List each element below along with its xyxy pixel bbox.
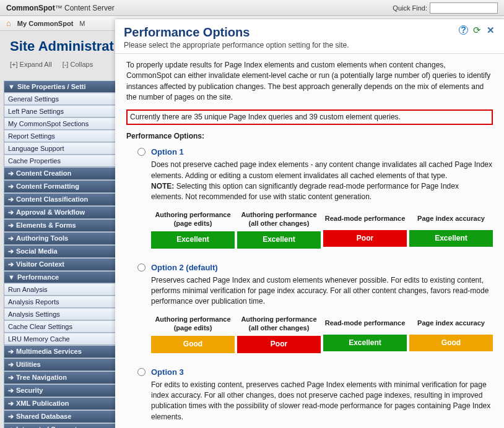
sidebar-item[interactable]: Analysis Reports [4,296,116,308]
option-description: Preserves cached Page Index and custom e… [151,275,493,307]
close-icon[interactable]: ✕ [485,25,495,35]
help-icon[interactable]: ? [459,25,468,35]
arrow-icon: ➔ [8,221,14,229]
perf-rating: Excellent [323,335,407,351]
quick-find-input[interactable] [430,2,498,14]
arrow-icon: ➔ [8,260,14,268]
sidebar-item[interactable]: Left Pane Settings [4,105,116,118]
arrow-icon: ➔ [8,413,14,420]
perf-rating: Excellent [409,230,493,247]
arrow-icon: ➔ [8,169,14,177]
collapse-all[interactable]: [-] Collaps [63,61,93,68]
perf-column: Authoring performance (all other changes… [237,314,321,353]
dialog-body[interactable]: To properly update results for Page Inde… [115,53,504,428]
sidebar-section-header[interactable]: ▼Site Properties / Setti [4,80,116,93]
arrow-icon: ➔ [8,195,14,203]
expand-all[interactable]: [+] Expand All [10,61,52,68]
sidebar-item[interactable]: Report Settings [4,130,116,142]
sidebar-item[interactable]: My CommonSpot Sections [4,118,116,130]
brand-name: CommonSpot [6,4,55,12]
option-title: Option 3 [151,367,493,379]
sidebar-section-header[interactable]: ➔Content Creation [4,167,116,180]
arrow-icon: ➔ [8,361,14,368]
quick-find-label: Quick Find: [393,4,427,12]
perf-rating: Excellent [237,231,321,248]
sidebar-section-header[interactable]: ➔Security [4,384,116,397]
sidebar-item[interactable]: Cache Clear Settings [4,320,116,333]
perf-rating: Poor [237,336,321,353]
dialog-subtitle: Please select the appropriate performanc… [124,41,495,49]
option-title: Option 1 [151,147,493,158]
dialog-title: Performance Options [124,25,495,40]
sidebar-section-header[interactable]: ➔Social Media [4,245,116,258]
perf-rating: Excellent [151,231,235,248]
sidebar-item[interactable]: Cache Properties [4,155,116,167]
sidebar-section-header[interactable]: ➔Content Formatting [4,180,116,193]
perf-header: Page index accuracy [409,209,493,230]
perf-column: Authoring performance (page edits)Excell… [151,209,235,249]
arrow-icon: ➔ [8,234,14,242]
sidebar-item[interactable]: LRU Memory Cache [4,333,116,345]
sidebar-section-header[interactable]: ➔Authoring Tools [4,232,116,245]
perf-column: Read-mode performanceExcellent [323,314,407,353]
sidebar-section-header[interactable]: ➔XML Publication [4,397,116,410]
query-count-highlight: Currently there are 35 unique Page Index… [126,109,493,125]
sidebar-item[interactable]: General Settings [4,93,116,105]
perf-rating: Poor [323,230,407,247]
sidebar-section-header[interactable]: ➔Tree Navigation [4,371,116,384]
sidebar-item[interactable]: Language Support [4,142,116,155]
my-commonspot-link[interactable]: My CommonSpot [17,20,73,27]
quick-find: Quick Find: [393,2,498,14]
dialog-header: Performance Options Please select the ap… [115,19,504,53]
sidebar-item[interactable]: Run Analysis [4,283,116,296]
perf-column: Read-mode performancePoor [323,209,407,249]
arrow-icon: ➔ [8,208,14,216]
performance-option: Option 1Does not preserve cached page in… [126,147,493,248]
perf-header: Authoring performance (page edits) [151,209,235,232]
intro-text: To properly update results for Page Inde… [126,60,493,103]
home-icon[interactable]: ⌂ [6,19,11,28]
perf-header: Authoring performance (all other changes… [237,209,321,232]
perf-rating: Good [151,336,235,353]
perf-header: Authoring performance (page edits) [151,314,235,336]
sidebar-section-header[interactable]: ➔Approval & Workflow [4,206,116,219]
sidebar: ▼Site Properties / SettiGeneral Settings… [4,80,116,428]
perf-column: Authoring performance (all other changes… [237,209,321,249]
sidebar-section-header[interactable]: ➔Integrated Support [4,423,116,428]
refresh-icon[interactable]: ⟳ [472,25,482,35]
sidebar-section-header[interactable]: ➔Visitor Context [4,258,116,271]
arrow-icon: ➔ [8,348,14,355]
option-radio[interactable] [137,148,146,156]
sidebar-section-header[interactable]: ▼Performance [4,271,116,283]
perf-rating: Good [409,335,493,351]
crumb-trailing: M [79,20,85,27]
arrow-icon: ➔ [8,374,14,381]
sidebar-section-header[interactable]: ➔Shared Database [4,410,116,423]
sidebar-section-header[interactable]: ➔Content Classification [4,193,116,206]
option-title: Option 2 (default) [151,262,493,274]
arrow-icon: ➔ [8,426,14,428]
brand-sub: Content Server [64,4,115,12]
performance-option: Option 2 (default)Preserves cached Page … [126,262,493,353]
sidebar-item[interactable]: Analysis Settings [4,308,116,320]
performance-table: Authoring performance (page edits)GoodAu… [151,314,493,353]
brand: CommonSpot™ Content Server [6,4,115,12]
perf-column: Authoring performance (page edits)Good [151,314,235,353]
sidebar-section-header[interactable]: ➔Elements & Forms [4,219,116,232]
arrow-icon: ➔ [8,182,14,190]
option-radio[interactable] [137,368,146,376]
option-radio[interactable] [137,263,146,272]
sidebar-section-header[interactable]: ➔Utilities [4,358,116,371]
perf-column: Page index accuracyGood [409,314,493,353]
dialog-icons: ? ⟳ ✕ [459,25,495,35]
perf-column: Page index accuracyExcellent [409,209,493,249]
arrow-icon: ▼ [8,273,15,281]
option-description: Does not preserve cached page index elem… [151,160,493,203]
sidebar-section-header[interactable]: ➔Multimedia Services [4,345,116,358]
arrow-icon: ➔ [8,400,14,407]
perf-header: Authoring performance (all other changes… [237,314,321,336]
arrow-icon: ▼ [8,83,15,90]
performance-table: Authoring performance (page edits)Excell… [151,209,493,249]
performance-options-dialog: Performance Options Please select the ap… [115,19,504,428]
option-description: For edits to existing content, preserves… [151,380,493,423]
